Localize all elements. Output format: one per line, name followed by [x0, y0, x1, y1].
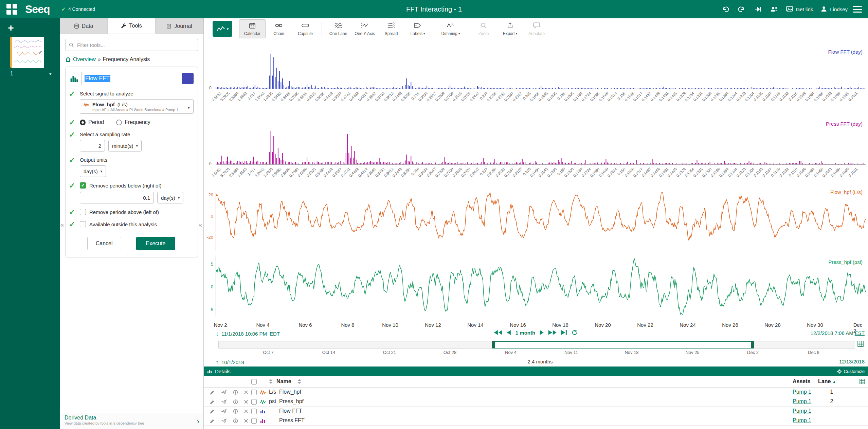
remove-below-value-input[interactable] [80, 192, 154, 203]
toolbar-button-labels[interactable]: Labels ▾ [404, 19, 431, 38]
edit-icon[interactable] [210, 409, 215, 414]
tab-journal[interactable]: Journal [156, 18, 203, 34]
toolbar-button-export[interactable]: Export ▾ [497, 19, 523, 38]
tab-tools[interactable]: Tools [108, 18, 156, 34]
step-forward-large-icon[interactable] [548, 330, 557, 335]
toolbar-button-spread[interactable]: Spread [378, 19, 404, 38]
navigate-icon[interactable] [221, 418, 227, 423]
checkbox-checked-icon[interactable] [80, 182, 86, 189]
item-name[interactable]: Press_hpf [279, 398, 304, 405]
output-units-select[interactable]: day(s) ▾ [80, 165, 106, 177]
edit-icon[interactable] [210, 418, 215, 423]
table-options-icon[interactable] [859, 378, 865, 386]
flow-hpf-chart[interactable] [216, 192, 866, 251]
row-checkbox[interactable] [251, 390, 257, 395]
sampling-unit-select[interactable]: minute(s) ▾ [108, 140, 142, 151]
range-start[interactable]: ↓ 11/1/2018 10:06 PM EDT [216, 330, 280, 337]
edit-worksheet-icon[interactable] [38, 50, 43, 56]
radio-period[interactable]: Period [80, 119, 104, 125]
row-checkbox[interactable] [251, 409, 257, 414]
range-handle-left[interactable] [492, 341, 495, 348]
toolbar-button-one-y-axis[interactable]: One Y-Axis [351, 19, 378, 38]
edit-icon[interactable] [210, 390, 215, 395]
item-name[interactable]: Flow_hpf [279, 389, 301, 395]
toolbar-button-calendar[interactable]: Calendar [239, 19, 266, 38]
info-icon[interactable] [233, 409, 238, 414]
navigate-icon[interactable] [221, 409, 227, 414]
toolbar-button-dimming[interactable]: Dimming ▾ [437, 19, 464, 38]
filter-tools-search[interactable] [65, 39, 198, 51]
signal-select-dropdown[interactable]: Flow_hpf (L/s) mple-AF » All Areas » Pi … [80, 99, 194, 114]
range-start-timezone[interactable]: EDT [270, 331, 280, 337]
sort-icon[interactable] [269, 379, 273, 386]
toolbar-button-capsule[interactable]: Capsule [292, 19, 319, 38]
navigate-icon[interactable] [221, 399, 227, 404]
jump-to-end-icon[interactable] [561, 330, 567, 335]
radio-frequency[interactable]: Frequency [116, 119, 150, 125]
asset-link[interactable]: Pump 1 [793, 417, 811, 424]
range-grid-icon[interactable] [857, 340, 864, 348]
color-swatch-button[interactable] [182, 73, 194, 84]
item-name[interactable]: Flow FFT [279, 408, 302, 414]
checkbox-unchecked-icon[interactable] [80, 221, 86, 227]
trend-charts[interactable]: Flow FFT (day) 0 7.58523.79262.52841.896… [204, 39, 868, 327]
checkbox-unchecked-icon[interactable] [80, 209, 86, 215]
get-link-button[interactable]: Get link [784, 6, 815, 13]
remove-below-checkbox-row[interactable]: Remove periods below (right of) [80, 182, 194, 189]
range-handle-right[interactable] [751, 341, 754, 348]
row-checkbox[interactable] [251, 418, 257, 424]
tab-data[interactable]: Data [60, 18, 108, 34]
remove-above-checkbox-row[interactable]: Remove periods above (left of) [80, 209, 194, 215]
range-window[interactable] [492, 341, 755, 348]
remove-icon[interactable] [244, 409, 248, 413]
redo-icon[interactable] [735, 3, 748, 16]
toolbar-button-one-lane[interactable]: One Lane [325, 19, 351, 38]
cancel-button[interactable]: Cancel [87, 237, 121, 250]
full-range-end[interactable]: 12/13/2018 [839, 359, 865, 364]
chevron-down-icon[interactable]: ▾ [49, 71, 52, 77]
derived-data-panel[interactable]: Derived Data View data created by tools … [60, 413, 203, 429]
refresh-icon[interactable] [572, 329, 578, 336]
item-name[interactable]: Press FFT [279, 417, 305, 424]
sampling-rate-input[interactable] [80, 140, 105, 151]
name-column-header[interactable]: Name [276, 378, 291, 385]
navigate-icon[interactable] [221, 390, 227, 395]
view-mode-button[interactable]: ▾ [213, 21, 232, 37]
user-menu[interactable]: Lindsey [818, 5, 850, 13]
remove-icon[interactable] [244, 418, 248, 423]
customize-button[interactable]: Customize [837, 369, 865, 374]
range-end[interactable]: 12/2/2018 7:06 AM EST [811, 330, 865, 336]
toolbar-button-chain[interactable]: Chain [266, 19, 292, 38]
available-outside-checkbox-row[interactable]: Available outside this analysis [80, 221, 194, 227]
collapse-panel-handle[interactable]: « [199, 221, 202, 229]
assets-column-header[interactable]: Assets [793, 378, 810, 385]
execute-button[interactable]: Execute [136, 237, 176, 250]
hamburger-menu-icon[interactable] [853, 6, 862, 13]
remove-icon[interactable] [244, 399, 248, 404]
asset-link[interactable]: Pump 1 [793, 398, 811, 405]
jump-to-present-icon[interactable] [752, 3, 764, 16]
app-launcher-icon[interactable] [6, 3, 18, 15]
duration-label[interactable]: 1 month [516, 330, 535, 336]
asset-link[interactable]: Pump 1 [793, 389, 811, 395]
undo-icon[interactable] [719, 3, 732, 16]
worksheet-thumbnail[interactable] [10, 37, 44, 68]
range-end-timezone[interactable]: EST [855, 330, 865, 336]
select-all-checkbox[interactable] [251, 379, 257, 385]
press-fft-chart[interactable] [216, 130, 866, 165]
info-icon[interactable] [233, 418, 238, 423]
step-back-icon[interactable] [507, 330, 511, 335]
info-icon[interactable] [233, 399, 238, 404]
range-track[interactable] [218, 341, 855, 348]
remove-icon[interactable] [244, 390, 248, 394]
press-hpf-chart[interactable] [216, 255, 866, 316]
asset-link[interactable]: Pump 1 [793, 408, 811, 414]
add-worksheet-button[interactable]: + [4, 21, 18, 35]
home-icon[interactable] [65, 57, 71, 62]
result-name-input[interactable]: Flow FFT [81, 72, 179, 85]
sort-icon[interactable] [297, 379, 301, 386]
row-checkbox[interactable] [251, 399, 257, 405]
breadcrumb-overview-link[interactable]: Overview [73, 56, 96, 62]
collapse-worksheets-handle[interactable]: « [60, 221, 64, 229]
full-range-start[interactable]: ↑ 10/1/2018 [216, 359, 244, 366]
